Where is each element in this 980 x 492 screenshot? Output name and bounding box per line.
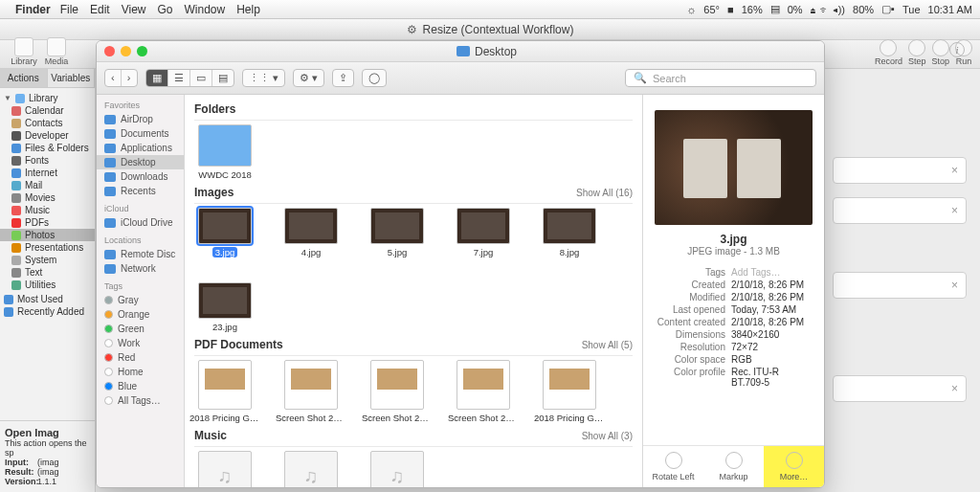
library-root[interactable]: ▼Library: [0, 92, 95, 104]
menu-go[interactable]: Go: [158, 3, 173, 16]
close-icon[interactable]: ×: [951, 204, 958, 217]
sidebar-item[interactable]: Documents: [97, 126, 184, 141]
library-item[interactable]: Contacts: [0, 117, 95, 129]
library-item[interactable]: Presentations: [0, 241, 95, 254]
stop-button[interactable]: [932, 39, 949, 56]
workflow-step[interactable]: ×: [833, 272, 967, 299]
preview-thumbnail: [655, 110, 813, 225]
sidebar-item[interactable]: iCloud Drive: [97, 215, 184, 230]
file-item[interactable]: WWDC 2018: [194, 124, 256, 180]
workflow-step[interactable]: ×: [833, 197, 967, 224]
meta-row: Dimensions3840×2160: [653, 328, 814, 341]
finder-content[interactable]: Folders WWDC 2018 ImagesShow All (16) 3.…: [185, 95, 642, 487]
search-field[interactable]: 🔍Search: [625, 69, 816, 87]
menu-window[interactable]: Window: [185, 3, 226, 16]
tb-media[interactable]: Media: [40, 37, 73, 66]
sidebar-tag[interactable]: All Tags…: [97, 393, 184, 408]
file-item[interactable]: 4.jpg: [280, 208, 342, 257]
library-item[interactable]: Internet: [0, 167, 95, 179]
preview-action-button[interactable]: Markup: [703, 446, 764, 487]
menu-file[interactable]: File: [60, 3, 78, 16]
show-all-link[interactable]: Show All (16): [576, 188, 633, 198]
temp-icon: ☼: [686, 4, 696, 15]
record-button[interactable]: [880, 39, 897, 56]
file-item[interactable]: 5.jpg: [367, 208, 428, 257]
sidebar-item[interactable]: Recents: [97, 184, 184, 198]
close-icon[interactable]: ×: [951, 382, 958, 395]
sidebar-tag[interactable]: Work: [97, 336, 184, 350]
file-item[interactable]: Screen Shot 2018-0…07 at .pdf: [280, 360, 342, 423]
zoom-window-button[interactable]: [137, 46, 147, 56]
nav-back-forward[interactable]: ‹›: [104, 69, 138, 87]
close-icon[interactable]: ×: [951, 279, 958, 292]
file-item[interactable]: ♫First Dance.mp3: [194, 451, 256, 487]
library-item[interactable]: Most Used: [0, 293, 95, 305]
library-item[interactable]: Movies: [0, 191, 95, 204]
file-item[interactable]: 3.jpg: [194, 208, 256, 257]
library-item[interactable]: PDFs: [0, 216, 95, 229]
sidebar-tag[interactable]: Gray: [97, 293, 184, 307]
file-item[interactable]: ♫Walk down the: [280, 451, 342, 487]
file-item[interactable]: 2018 Pricing Guide.pdf: [539, 360, 600, 423]
tb-library[interactable]: Library: [8, 37, 40, 66]
preview-action-button[interactable]: More…: [764, 446, 824, 487]
library-item[interactable]: Utilities: [0, 279, 95, 291]
file-item[interactable]: 7.jpg: [453, 208, 514, 257]
view-switcher[interactable]: ▦☰▭▤: [145, 69, 234, 87]
close-icon[interactable]: ×: [951, 164, 958, 177]
library-item[interactable]: Recently Added: [0, 305, 95, 318]
library-item[interactable]: Text: [0, 266, 95, 279]
folder-icon: [457, 46, 470, 56]
tab-actions[interactable]: Actions: [0, 69, 48, 87]
minimize-window-button[interactable]: [121, 46, 131, 56]
file-item[interactable]: ♫bridesmaid: [367, 451, 428, 487]
sidebar-tag[interactable]: Orange: [97, 307, 184, 322]
sidebar-tag[interactable]: Blue: [97, 379, 184, 393]
preview-action-button[interactable]: Rotate Left: [643, 446, 703, 487]
tags-button[interactable]: ◯: [362, 69, 387, 87]
show-all-link[interactable]: Show All (5): [582, 340, 633, 350]
menu-view[interactable]: View: [122, 3, 146, 16]
library-item[interactable]: Mail: [0, 179, 95, 191]
sidebar-item[interactable]: Desktop: [97, 155, 184, 169]
file-item[interactable]: 2018 Pricing Guide (…rk) 5.pdf: [194, 360, 256, 423]
close-window-button[interactable]: [104, 46, 115, 56]
sidebar-item[interactable]: AirDrop: [97, 112, 184, 126]
step-button[interactable]: [908, 39, 925, 56]
library-item[interactable]: Calendar: [0, 104, 95, 117]
show-all-link[interactable]: Show All (3): [582, 431, 633, 441]
finder-titlebar[interactable]: Desktop: [97, 41, 824, 62]
sidebar-tag[interactable]: Red: [97, 350, 184, 365]
library-item[interactable]: Music: [0, 204, 95, 216]
library-item[interactable]: Photos: [0, 229, 95, 241]
file-item[interactable]: 8.jpg: [539, 208, 600, 257]
file-item[interactable]: Screen Shot 2018-0…at 4.1.pdf: [453, 360, 514, 423]
library-item[interactable]: Developer: [0, 129, 95, 142]
library-item[interactable]: Files & Folders: [0, 142, 95, 154]
menu-help[interactable]: Help: [236, 3, 260, 16]
finder-toolbar: ‹› ▦☰▭▤ ⋮⋮ ▾ ⚙ ▾ ⇪ ◯ 🔍Search: [97, 62, 824, 95]
file-item[interactable]: Screen Shot 2018-0…4.1 2.pdf: [367, 360, 428, 423]
sidebar-tag[interactable]: Home: [97, 365, 184, 379]
desc-title: Open Imag: [5, 427, 90, 438]
sidebar-item[interactable]: Network: [97, 261, 184, 276]
menu-edit[interactable]: Edit: [90, 3, 110, 16]
sidebar-item[interactable]: Applications: [97, 141, 184, 155]
section-music: MusicShow All (3) ♫First Dance.mp3♫Walk …: [194, 427, 633, 487]
preview-subtitle: JPEG image - 1.3 MB: [643, 246, 824, 257]
file-item[interactable]: 23.jpg: [194, 282, 256, 332]
sidebar-item[interactable]: Downloads: [97, 169, 184, 184]
action-menu[interactable]: ⚙ ▾: [293, 69, 324, 87]
sidebar-item[interactable]: Remote Disc: [97, 247, 184, 261]
sidebar-tag[interactable]: Green: [97, 322, 184, 336]
meta-row[interactable]: TagsAdd Tags…: [653, 266, 814, 279]
tab-variables[interactable]: Variables: [48, 69, 96, 87]
library-item[interactable]: Fonts: [0, 154, 95, 167]
info-icon[interactable]: i: [949, 42, 965, 57]
workflow-step[interactable]: ×: [833, 157, 967, 184]
arrange-menu[interactable]: ⋮⋮ ▾: [242, 69, 285, 87]
app-name[interactable]: Finder: [15, 3, 51, 16]
workflow-step[interactable]: ×: [833, 375, 967, 402]
share-button[interactable]: ⇪: [332, 69, 354, 87]
library-item[interactable]: System: [0, 254, 95, 266]
